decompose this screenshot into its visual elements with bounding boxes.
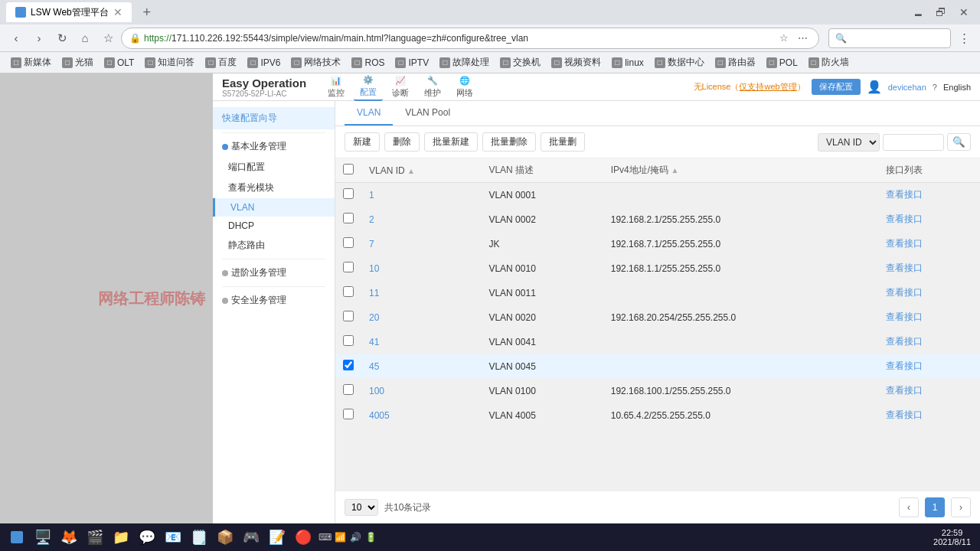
view-ports-link[interactable]: 查看接口: [886, 262, 923, 273]
bookmark-button[interactable]: ☆: [98, 28, 118, 48]
bookmark-video[interactable]: □ 视频资料: [547, 54, 606, 70]
vlan-id-link[interactable]: 10: [369, 263, 379, 274]
row-checkbox[interactable]: [343, 311, 354, 321]
row-checkbox[interactable]: [343, 286, 354, 297]
sidebar-item-port-config[interactable]: 端口配置: [213, 157, 335, 178]
batch-button[interactable]: 批量删: [541, 132, 585, 152]
row-checkbox[interactable]: [343, 409, 354, 419]
minimize-button[interactable]: 🗕: [908, 5, 928, 20]
restore-button[interactable]: 🗗: [931, 5, 951, 20]
row-checkbox[interactable]: [343, 188, 354, 199]
address-menu-icon[interactable]: ⋯: [794, 30, 811, 47]
bookmark-zhidao[interactable]: □ 知道问答: [140, 54, 199, 70]
view-ports-link[interactable]: 查看接口: [886, 409, 923, 420]
search-vlan-button[interactable]: 🔍: [947, 133, 971, 151]
tray-network-icon[interactable]: 📶: [334, 531, 346, 543]
nav-monitor[interactable]: 📊 监控: [322, 74, 351, 100]
taskbar-app-9[interactable]: 🎮: [239, 525, 263, 549]
view-ports-link[interactable]: 查看接口: [886, 336, 923, 347]
row-checkbox[interactable]: [343, 384, 354, 395]
search-vlan-select[interactable]: VLAN ID: [818, 133, 880, 152]
vlan-id-link[interactable]: 41: [369, 337, 379, 347]
close-tab-btn[interactable]: ✕: [113, 6, 122, 18]
tab-vlan[interactable]: VLAN: [345, 101, 393, 126]
nav-diagnose[interactable]: 📈 诊断: [386, 74, 415, 100]
bookmark-ros[interactable]: □ ROS: [347, 56, 389, 70]
row-checkbox[interactable]: [343, 335, 354, 346]
new-button[interactable]: 新建: [345, 132, 380, 152]
page-1-button[interactable]: 1: [925, 497, 945, 517]
close-button[interactable]: ✕: [954, 5, 974, 20]
taskbar-app-10[interactable]: 📝: [265, 525, 289, 549]
bookmark-iptv[interactable]: □ IPTV: [390, 56, 433, 70]
license-warning[interactable]: 无License（仅支持web管理）: [694, 81, 805, 93]
home-button[interactable]: ⌂: [75, 28, 95, 48]
browser-search-input[interactable]: 🔍: [828, 28, 951, 48]
bookmark-fault[interactable]: □ 故障处理: [435, 54, 494, 70]
delete-button[interactable]: 删除: [384, 132, 420, 152]
vlan-id-link[interactable]: 11: [369, 288, 379, 298]
taskbar-app-5[interactable]: 💬: [135, 525, 159, 549]
help-button[interactable]: ?: [933, 83, 937, 92]
extensions-button[interactable]: ⋮: [954, 28, 974, 48]
sidebar-quick-config[interactable]: 快速配置向导: [213, 107, 335, 129]
next-page-button[interactable]: ›: [951, 497, 971, 517]
bookmark-network-tech[interactable]: □ 网络技术: [286, 54, 345, 70]
bookmark-router[interactable]: □ 路由器: [710, 54, 760, 70]
nav-maintain[interactable]: 🔧 维护: [418, 74, 447, 100]
vlan-id-link[interactable]: 100: [369, 386, 384, 396]
vlan-id-link[interactable]: 45: [369, 361, 379, 372]
bookmark-baidu[interactable]: □ 百度: [201, 54, 241, 70]
tray-keyboard-icon[interactable]: ⌨: [318, 531, 331, 543]
sidebar-section-advanced-header[interactable]: 进阶业务管理: [213, 262, 335, 283]
taskbar-app-4[interactable]: 📁: [109, 525, 133, 549]
bookmark-xinmei[interactable]: □ 新媒体: [6, 54, 56, 70]
view-ports-link[interactable]: 查看接口: [886, 238, 923, 249]
nav-network[interactable]: 🌐 网络: [450, 74, 479, 100]
bookmark-ipv6[interactable]: □ IPV6: [243, 56, 285, 70]
row-checkbox[interactable]: [343, 360, 354, 370]
reload-button[interactable]: ↻: [52, 28, 72, 48]
bookmark-firewall[interactable]: □ 防火墙: [804, 54, 854, 70]
save-config-button[interactable]: 保存配置: [812, 79, 861, 95]
user-info[interactable]: devicehan: [888, 83, 926, 92]
taskbar-app-2[interactable]: 🦊: [57, 525, 81, 549]
address-bar[interactable]: 🔒 https://171.110.226.192:55443/simple/v…: [121, 28, 819, 49]
tab-vlan-pool[interactable]: VLAN Pool: [393, 101, 462, 126]
taskbar-app-8[interactable]: 📦: [213, 525, 237, 549]
browser-tab[interactable]: LSW Web管理平台 ✕: [6, 2, 132, 22]
view-ports-link[interactable]: 查看接口: [886, 214, 923, 224]
taskbar-clock[interactable]: 22:59 2021/8/11: [927, 528, 977, 546]
back-button[interactable]: ‹: [6, 28, 26, 48]
row-checkbox[interactable]: [343, 262, 354, 272]
sidebar-section-security-header[interactable]: 安全业务管理: [213, 290, 335, 311]
select-all-checkbox[interactable]: [343, 164, 354, 174]
bookmark-olt[interactable]: □ OLT: [100, 56, 139, 70]
search-vlan-input[interactable]: [883, 134, 944, 151]
bookmark-switch[interactable]: □ 交换机: [495, 54, 545, 70]
vlan-id-link[interactable]: 7: [369, 239, 374, 249]
view-ports-link[interactable]: 查看接口: [886, 189, 923, 200]
taskbar-app-6[interactable]: 📧: [161, 525, 185, 549]
bookmark-datacenter[interactable]: □ 数据中心: [650, 54, 709, 70]
view-ports-link[interactable]: 查看接口: [886, 385, 923, 396]
page-size-select[interactable]: 10 20 50: [345, 499, 378, 516]
vlan-id-link[interactable]: 4005: [369, 410, 390, 421]
vlan-id-link[interactable]: 1: [369, 190, 374, 201]
sidebar-item-vlan[interactable]: VLAN: [213, 198, 335, 217]
batch-new-button[interactable]: 批量新建: [424, 132, 478, 152]
view-ports-link[interactable]: 查看接口: [886, 360, 923, 371]
bookmark-guangmao[interactable]: □ 光猫: [57, 54, 98, 70]
view-ports-link[interactable]: 查看接口: [886, 287, 923, 298]
sidebar-item-optical-module[interactable]: 查看光模块: [213, 178, 335, 198]
taskbar-app-7[interactable]: 🗒️: [187, 525, 211, 549]
sidebar-item-static-route[interactable]: 静态路由: [213, 235, 335, 256]
start-button[interactable]: [3, 523, 31, 551]
nav-configure[interactable]: ⚙️ 配置: [354, 73, 383, 101]
forward-button[interactable]: ›: [29, 28, 49, 48]
new-tab-button[interactable]: +: [138, 3, 156, 21]
row-checkbox[interactable]: [343, 213, 354, 223]
vlan-id-link[interactable]: 20: [369, 312, 379, 323]
bookmark-linux[interactable]: □ linux: [607, 56, 648, 70]
view-ports-link[interactable]: 查看接口: [886, 311, 923, 322]
